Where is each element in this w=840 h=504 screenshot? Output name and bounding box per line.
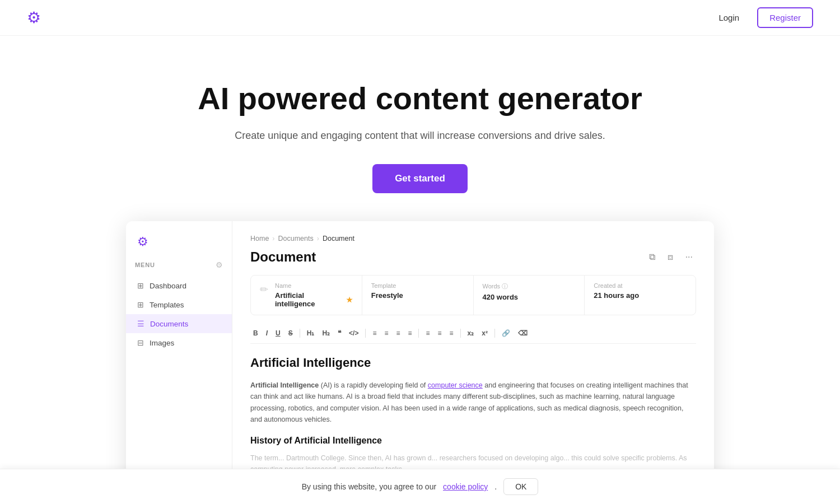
doc-actions: ⧉ ⧈ ··· [646,250,696,264]
nav-actions: Login Register [710,7,813,28]
meta-cell-created: Created at 21 hours ago [585,276,696,315]
toolbar-sep-2 [365,329,366,338]
toolbar-sep-5 [494,329,495,338]
strikethrough-button[interactable]: S [286,328,296,339]
clear-format-button[interactable]: ⌫ [515,328,530,339]
meta-label-name: Name [275,282,353,289]
templates-icon: ⊞ [137,300,144,309]
info-icon: ⓘ [502,283,508,290]
cookie-policy-link[interactable]: cookie policy [443,482,488,491]
meta-value-created: 21 hours ago [594,291,639,300]
hero-section: AI powered content generator Create uniq… [0,36,840,221]
list-ordered-button[interactable]: ≡ [381,328,391,339]
sidebar-item-label-images: Images [150,339,174,347]
cookie-ok-button[interactable]: OK [503,478,538,495]
sidebar-item-label-documents: Documents [150,320,188,328]
doc-bold-intro: Artificial Intelligence [250,381,319,389]
meta-bar: ✏ Name Artificial intelligence ★ Templat… [250,275,696,315]
sidebar-menu-label: MENU [135,262,155,268]
documents-icon: ☰ [137,319,144,328]
images-icon: ⊟ [137,338,144,347]
indent-button[interactable]: ≡ [393,328,403,339]
hero-title: AI powered content generator [27,81,813,116]
navbar: ⚙ Login Register [0,0,840,36]
copy-button[interactable]: ⧈ [664,250,676,264]
logo: ⚙ [27,8,41,27]
doc-h1: Artificial Intelligence [250,353,696,372]
breadcrumb-documents[interactable]: Documents [278,235,314,242]
dashboard-icon: ⊞ [137,281,144,290]
bold-button[interactable]: B [250,328,261,339]
sidebar-item-label-templates: Templates [150,301,184,309]
doc-body: Artificial Intelligence Artificial Intel… [250,353,696,475]
align-right-button[interactable]: ≡ [447,328,456,339]
meta-label-template: Template [371,282,403,289]
quote-button[interactable]: ❝ [335,328,344,339]
superscript-button[interactable]: x² [479,328,491,339]
get-started-button[interactable]: Get started [372,164,468,193]
register-button[interactable]: Register [757,7,813,28]
outdent-button[interactable]: ≡ [405,328,414,339]
meta-value-words: 420 words [483,293,519,301]
meta-cell-words: Words ⓘ 420 words [474,276,585,315]
doc-title: Document [250,249,316,265]
hero-subtitle: Create unique and engaging content that … [27,130,813,142]
meta-value-name: Artificial intelligence ★ [275,291,353,308]
sidebar-menu-header: MENU ⚙ [126,260,232,276]
toolbar-sep-4 [460,329,461,338]
subscript-button[interactable]: x₂ [465,328,477,339]
export-button[interactable]: ⧉ [646,250,659,264]
doc-name-text: Artificial intelligence [275,291,343,308]
main-content: Home › Documents › Document Document ⧉ ⧈… [232,221,714,493]
breadcrumb: Home › Documents › Document [250,235,696,242]
edit-icon: ✏ [260,283,268,296]
breadcrumb-current: Document [323,235,354,242]
toolbar-sep-3 [418,329,419,338]
toolbar-sep-1 [300,329,300,338]
meta-label-words: Words ⓘ [483,282,519,291]
doc-para-1: Artificial Intelligence (AI) is a rapidl… [250,380,696,426]
doc-title-row: Document ⧉ ⧈ ··· [250,249,696,265]
app-screenshot: ⚙ MENU ⚙ ⊞ Dashboard ⊞ Templates ☰ Docum… [126,221,714,493]
breadcrumb-sep-2: › [317,235,319,242]
cookie-message: By using this website, you agree to our [302,482,436,491]
more-options-button[interactable]: ··· [682,250,696,264]
star-icon: ★ [346,296,353,304]
doc-link-cs[interactable]: computer science [428,381,483,389]
editor-toolbar: B I U S H₁ H₂ ❝ </> ≡ ≡ ≡ ≡ ≡ ≡ ≡ x₂ [250,323,696,344]
meta-label-created: Created at [594,282,639,289]
code-button[interactable]: </> [346,328,361,339]
sidebar-item-images[interactable]: ⊟ Images [126,333,232,352]
meta-value-template: Freestyle [371,291,403,300]
meta-cell-template: Template Freestyle [362,276,474,315]
settings-icon[interactable]: ⚙ [216,260,223,269]
align-left-button[interactable]: ≡ [423,328,432,339]
align-center-button[interactable]: ≡ [435,328,444,339]
h1-button[interactable]: H₁ [304,328,318,339]
breadcrumb-sep-1: › [272,235,274,242]
italic-button[interactable]: I [263,328,270,339]
meta-cell-name: ✏ Name Artificial intelligence ★ [251,276,362,315]
doc-h2: History of Artificial Intelligence [250,433,696,448]
login-button[interactable]: Login [710,8,748,27]
underline-button[interactable]: U [273,328,283,339]
logo-icon: ⚙ [27,8,41,27]
list-unordered-button[interactable]: ≡ [370,328,379,339]
sidebar-logo-icon: ⚙ [126,232,232,260]
sidebar-item-dashboard[interactable]: ⊞ Dashboard [126,276,232,295]
sidebar: ⚙ MENU ⚙ ⊞ Dashboard ⊞ Templates ☰ Docum… [126,221,232,493]
cookie-banner: By using this website, you agree to our … [0,469,840,504]
sidebar-item-documents[interactable]: ☰ Documents [126,314,232,333]
sidebar-item-templates[interactable]: ⊞ Templates [126,295,232,314]
link-button[interactable]: 🔗 [499,328,513,339]
breadcrumb-home[interactable]: Home [250,235,269,242]
sidebar-item-label-dashboard: Dashboard [150,282,186,290]
h2-button[interactable]: H₂ [319,328,333,339]
